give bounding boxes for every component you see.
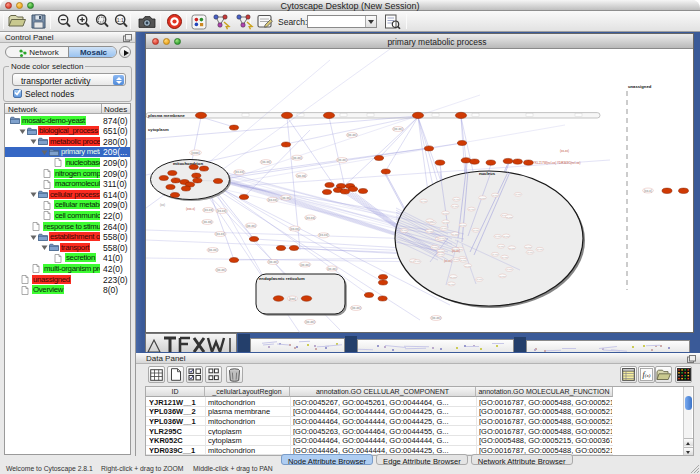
svg-text:(x-xx): (x-xx) bbox=[452, 233, 458, 236]
svg-text:(x-xx): (x-xx) bbox=[431, 246, 437, 249]
svg-text:(xx-xx): (xx-xx) bbox=[290, 227, 300, 231]
svg-text:(xx-xx): (xx-xx) bbox=[452, 249, 460, 253]
svg-text:(xx-x): (xx-x) bbox=[644, 189, 652, 193]
svg-text:(xx-xx): (xx-xx) bbox=[216, 232, 226, 236]
svg-text:(x-xx): (x-xx) bbox=[441, 227, 447, 230]
svg-text:(xx-xx): (xx-xx) bbox=[208, 248, 218, 252]
svg-text:(x-xx): (x-xx) bbox=[427, 220, 433, 223]
svg-text:(xxx-x): (xxx-x) bbox=[186, 207, 195, 211]
svg-text:(x-xx): (x-xx) bbox=[442, 212, 448, 215]
svg-text:(x-xx): (x-xx) bbox=[506, 216, 512, 219]
svg-text:(x-xx): (x-xx) bbox=[492, 253, 498, 256]
svg-text:(x-xx): (x-xx) bbox=[426, 230, 432, 233]
svg-text:(x-xx): (x-xx) bbox=[439, 237, 445, 240]
svg-text:endoplasmic reticulum: endoplasmic reticulum bbox=[259, 276, 305, 281]
svg-text:(xx-xx): (xx-xx) bbox=[297, 174, 307, 178]
svg-text:(xx-xx): (xx-xx) bbox=[337, 158, 347, 162]
svg-text:(xx-xx): (xx-xx) bbox=[444, 259, 452, 263]
svg-text:(xx-xx): (xx-xx) bbox=[281, 196, 291, 200]
svg-text:(xx-xx): (xx-xx) bbox=[347, 133, 357, 137]
svg-text:(xx-xx): (xx-xx) bbox=[306, 216, 316, 220]
svg-text:(xx): (xx) bbox=[160, 203, 165, 207]
svg-text:(xx-xx): (xx-xx) bbox=[235, 170, 245, 174]
svg-text:(xx-xx): (xx-xx) bbox=[246, 224, 256, 228]
svg-text:(x-xx): (x-xx) bbox=[525, 246, 531, 249]
svg-text:(x-xx): (x-xx) bbox=[452, 205, 458, 208]
svg-text:(x-xx): (x-xx) bbox=[420, 200, 426, 203]
svg-text:(x-xx): (x-xx) bbox=[468, 208, 474, 211]
svg-text:YKL217W(ncl-xx) YDR343C(ncl-xx: YKL217W(ncl-xx) YDR343C(ncl-xx) bbox=[533, 161, 580, 165]
svg-text:(x-xx): (x-xx) bbox=[506, 268, 512, 271]
svg-text:(x-xx): (x-xx) bbox=[450, 276, 456, 279]
svg-text:(x-xx): (x-xx) bbox=[476, 278, 482, 281]
svg-text:nucleus: nucleus bbox=[479, 171, 496, 176]
svg-text:cytoplasm: cytoplasm bbox=[148, 127, 169, 132]
svg-text:(x-xx): (x-xx) bbox=[438, 253, 444, 256]
svg-text:(xx-xx): (xx-xx) bbox=[261, 160, 271, 164]
svg-text:(xx-xx): (xx-xx) bbox=[216, 268, 226, 272]
svg-text:(x-xx): (x-xx) bbox=[498, 245, 504, 248]
svg-text:(x-xx): (x-xx) bbox=[443, 221, 449, 224]
svg-text:(x-xx): (x-xx) bbox=[473, 229, 479, 232]
svg-text:(xx-xx): (xx-xx) bbox=[268, 198, 278, 202]
svg-text:(xxxx): (xxxx) bbox=[191, 151, 200, 155]
svg-text:(x-xx): (x-xx) bbox=[453, 258, 459, 261]
svg-text:(x-xx): (x-xx) bbox=[460, 259, 466, 262]
svg-text:(xx-xx): (xx-xx) bbox=[393, 127, 403, 131]
svg-text:mitochondrion: mitochondrion bbox=[173, 161, 203, 166]
svg-text:1:1: 1:1 bbox=[117, 17, 124, 23]
svg-text:(x-xx): (x-xx) bbox=[509, 247, 515, 250]
svg-text:(xx-xx): (xx-xx) bbox=[204, 208, 214, 212]
svg-text:(xx-xx): (xx-xx) bbox=[305, 320, 315, 324]
svg-text:(x-xx): (x-xx) bbox=[499, 275, 505, 278]
svg-text:(xx-xx): (xx-xx) bbox=[217, 209, 227, 213]
svg-text:(x-xx): (x-xx) bbox=[414, 260, 420, 263]
svg-text:(x-xx): (x-xx) bbox=[465, 265, 471, 268]
svg-text:(x-xx): (x-xx) bbox=[492, 194, 498, 197]
svg-text:(x-xx): (x-xx) bbox=[495, 235, 501, 238]
svg-text:(x-xx): (x-xx) bbox=[503, 235, 509, 238]
svg-text:(x-xx): (x-xx) bbox=[460, 224, 466, 227]
svg-text:plasma membrane: plasma membrane bbox=[148, 113, 185, 118]
svg-text:(x-xx): (x-xx) bbox=[401, 229, 407, 232]
svg-text:(xx-xx): (xx-xx) bbox=[268, 260, 278, 264]
svg-text:(x-xx): (x-xx) bbox=[527, 251, 533, 254]
svg-text:(xx-xx): (xx-xx) bbox=[351, 306, 361, 310]
svg-text:(xxx): (xxx) bbox=[289, 297, 296, 301]
svg-text:(xx-xx): (xx-xx) bbox=[560, 149, 569, 153]
svg-text:(x-xx): (x-xx) bbox=[515, 193, 521, 196]
svg-text:(x-xx): (x-xx) bbox=[501, 256, 507, 259]
svg-text:(x-xx): (x-xx) bbox=[479, 197, 485, 200]
svg-text:(xx-xx): (xx-xx) bbox=[300, 263, 310, 267]
svg-text:(xx-xx): (xx-xx) bbox=[203, 220, 213, 224]
svg-text:(xx-xx): (xx-xx) bbox=[431, 316, 441, 320]
svg-text:(x-xx): (x-xx) bbox=[453, 198, 459, 201]
svg-text:(x-xx): (x-xx) bbox=[448, 283, 454, 286]
svg-text:(xx-xx): (xx-xx) bbox=[327, 267, 337, 271]
svg-text:(xx-xx): (xx-xx) bbox=[319, 233, 329, 237]
svg-text:(x-xx): (x-xx) bbox=[537, 248, 543, 251]
svg-text:(xx-xx): (xx-xx) bbox=[292, 156, 302, 160]
svg-text:unassigned: unassigned bbox=[628, 84, 652, 89]
